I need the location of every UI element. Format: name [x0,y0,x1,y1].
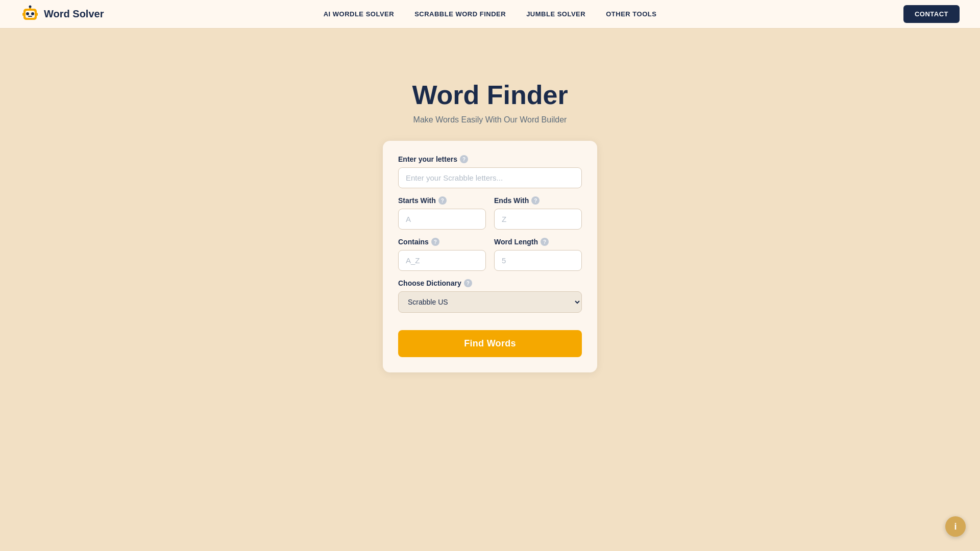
nav-ai-wordle-solver[interactable]: AI WORDLE SOLVER [324,10,394,18]
starts-with-label: Starts With ? [398,196,486,205]
letters-label: Enter your letters ? [398,155,582,163]
contains-length-row: Contains ? Word Length ? [398,238,582,271]
nav-jumble-solver[interactable]: JUMBLE SOLVER [526,10,585,18]
ends-with-field-group: Ends With ? [494,196,582,230]
main-content: Word Finder Make Words Easily With Our W… [0,29,980,372]
nav-scrabble-word-finder[interactable]: SCRABBLE WORD FINDER [414,10,506,18]
ends-with-help-icon[interactable]: ? [531,196,540,205]
svg-rect-4 [28,16,32,17]
info-icon: i [954,521,957,532]
svg-rect-8 [36,13,38,16]
page-subtitle: Make Words Easily With Our Word Builder [413,115,567,124]
navbar-right: CONTACT [903,5,960,23]
ends-with-label: Ends With ? [494,196,582,205]
word-length-help-icon[interactable]: ? [541,238,549,246]
logo[interactable]: Word Solver [20,5,104,24]
find-words-button[interactable]: Find Words [398,330,582,357]
dictionary-label: Choose Dictionary ? [398,279,582,287]
dictionary-help-icon[interactable]: ? [464,279,472,287]
dictionary-select[interactable]: Scrabble US Scrabble UK Words With Frien… [398,291,582,313]
nav-links: AI WORDLE SOLVER SCRABBLE WORD FINDER JU… [324,10,657,18]
contains-help-icon[interactable]: ? [431,238,439,246]
contact-button[interactable]: CONTACT [903,5,960,23]
logo-icon [20,5,40,24]
svg-rect-7 [22,13,24,16]
info-fab-button[interactable]: i [945,516,966,537]
svg-point-6 [29,5,32,8]
contains-field-group: Contains ? [398,238,486,271]
dictionary-field-group: Choose Dictionary ? Scrabble US Scrabble… [398,279,582,313]
starts-ends-row: Starts With ? Ends With ? [398,196,582,230]
contains-label: Contains ? [398,238,486,246]
starts-with-help-icon[interactable]: ? [438,196,447,205]
svg-point-2 [26,12,29,15]
logo-text: Word Solver [44,8,104,20]
word-length-label: Word Length ? [494,238,582,246]
starts-with-field-group: Starts With ? [398,196,486,230]
page-title: Word Finder [412,80,568,110]
word-length-field-group: Word Length ? [494,238,582,271]
letters-field-group: Enter your letters ? [398,155,582,188]
contains-input[interactable] [398,250,486,271]
svg-point-3 [31,12,34,15]
letters-input[interactable] [398,167,582,188]
navbar: Word Solver AI WORDLE SOLVER SCRABBLE WO… [0,0,980,29]
letters-help-icon[interactable]: ? [460,155,468,163]
starts-with-input[interactable] [398,209,486,230]
word-finder-form-card: Enter your letters ? Starts With ? Ends … [383,141,597,372]
word-length-input[interactable] [494,250,582,271]
nav-other-tools[interactable]: OTHER TOOLS [606,10,656,18]
ends-with-input[interactable] [494,209,582,230]
